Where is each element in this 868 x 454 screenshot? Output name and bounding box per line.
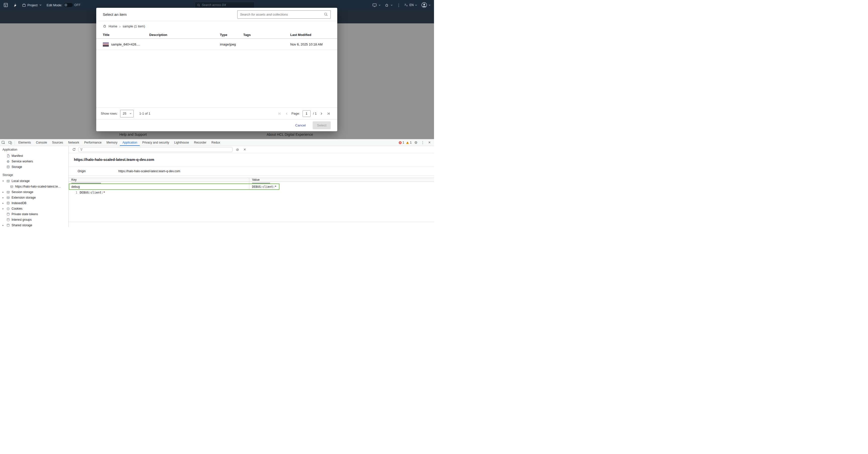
sidebar-item-manifest[interactable]: Manifest — [0, 153, 68, 159]
asset-search-input[interactable] — [240, 12, 322, 16]
asset-search[interactable] — [237, 10, 331, 19]
inspect-element-icon[interactable] — [0, 139, 7, 146]
breadcrumb-home[interactable]: Home — [108, 24, 117, 28]
toggle-knob — [64, 3, 67, 6]
tab-performance[interactable]: Performance — [82, 139, 104, 146]
user-menu[interactable] — [421, 2, 431, 8]
issues-badge[interactable]: 1 — [406, 141, 412, 144]
expand-arrow-icon[interactable]: ▸ — [2, 191, 6, 193]
sidebar-item-indexeddb[interactable]: ▸ IndexedDB — [0, 200, 68, 206]
sidebar-item-label: Private state tokens — [11, 212, 38, 216]
storage-filter[interactable] — [78, 147, 233, 152]
devtools-main-panel: ⊘ × https://halo-halo-scaled-latest.team… — [69, 146, 434, 227]
last-page-button[interactable] — [326, 111, 331, 116]
expand-arrow-icon[interactable]: ▸ — [2, 224, 6, 226]
expand-arrow-icon[interactable]: ▸ — [2, 202, 6, 204]
next-page-button[interactable] — [319, 111, 324, 116]
tab-elements[interactable]: Elements — [16, 139, 33, 146]
local-storage-view: https://halo-halo-scaled-latest.team-q-d… — [69, 153, 434, 227]
device-toolbar-icon[interactable] — [7, 139, 13, 146]
apps-grid-icon[interactable] — [3, 3, 8, 7]
col-type: Type — [220, 33, 243, 37]
tab-application[interactable]: Application — [120, 139, 140, 146]
language-code: EN — [409, 3, 414, 7]
select-button[interactable]: Select — [313, 121, 331, 129]
database-icon — [6, 223, 10, 227]
devtools-panel: Elements Console Sources Network Perform… — [0, 139, 434, 227]
clear-all-icon[interactable]: ⊘ — [235, 148, 240, 152]
console-errors[interactable]: 1 — [399, 141, 404, 144]
tab-network[interactable]: Network — [66, 139, 82, 146]
refresh-icon[interactable] — [72, 148, 76, 151]
expand-arrow-icon[interactable]: ▸ — [2, 207, 6, 210]
sidebar-item-local-storage[interactable]: ▾ Local storage — [0, 178, 68, 184]
global-search-input[interactable] — [202, 3, 252, 7]
rows-per-page-select[interactable]: 25 — [120, 110, 134, 117]
sidebar-item-interest-groups[interactable]: Interest groups — [0, 217, 68, 222]
cookie-icon — [6, 207, 10, 210]
table-icon — [6, 196, 10, 199]
database-icon — [6, 165, 10, 169]
tab-recorder[interactable]: Recorder — [191, 139, 209, 146]
line-number: 1 — [69, 190, 80, 195]
edit-mode-toggle[interactable] — [64, 3, 73, 7]
storage-filter-input[interactable] — [84, 148, 231, 151]
divider — [14, 141, 15, 145]
tab-console[interactable]: Console — [33, 139, 50, 146]
language-selector[interactable]: 文A EN — [404, 3, 417, 7]
devtools-sidebar: Application Manifest ⚙ Service workers — [0, 146, 69, 227]
sidebar-item-label: Manifest — [11, 154, 23, 158]
tab-sources[interactable]: Sources — [50, 139, 66, 146]
storage-origin-title: https://halo-halo-scaled-latest.team-q-d… — [74, 158, 434, 162]
storage-row-debug[interactable]: debug DEBUG:client:* — [69, 183, 434, 190]
preview-device-menu[interactable] — [372, 3, 381, 7]
sidebar-item-shared-storage[interactable]: ▸ Shared storage — [0, 222, 68, 227]
cancel-button[interactable]: Cancel — [295, 123, 306, 127]
table-icon — [6, 180, 10, 183]
sidebar-item-service-workers[interactable]: ⚙ Service workers — [0, 159, 68, 164]
home-icon — [103, 24, 106, 28]
sidebar-item-label: Shared storage — [11, 223, 32, 227]
asset-thumbnail — [103, 42, 109, 47]
page-number-input[interactable] — [303, 110, 311, 117]
select-item-dialog: Select an item Home › sample (1 item) Ti… — [96, 8, 337, 131]
close-devtools-icon[interactable]: × — [427, 140, 432, 145]
sidebar-item-session-storage[interactable]: ▸ Session storage — [0, 189, 68, 195]
kebab-menu-icon[interactable]: ⋮ — [397, 3, 401, 7]
tab-memory[interactable]: Memory — [104, 139, 120, 146]
global-search[interactable] — [195, 2, 254, 8]
sidebar-item-extension-storage[interactable]: ▸ Extension storage — [0, 195, 68, 200]
sidebar-item-cookies[interactable]: ▸ Cookies — [0, 206, 68, 211]
expand-arrow-icon[interactable]: ▾ — [2, 180, 6, 182]
table-icon — [9, 185, 13, 188]
kebab-menu-icon[interactable]: ⋮ — [420, 141, 425, 145]
page-total: / 1 — [313, 112, 317, 115]
expand-arrow-icon[interactable]: ▸ — [2, 196, 6, 199]
delete-selected-icon[interactable]: × — [242, 147, 247, 152]
sidebar-item-storage[interactable]: Storage — [0, 164, 68, 170]
error-count: 1 — [403, 141, 404, 144]
application-section-header: Application — [0, 146, 68, 153]
origin-label: Origin — [78, 170, 118, 173]
chevron-down-icon — [428, 4, 431, 6]
table-row[interactable]: sample_640×426.... image/jpeg Nov 6, 202… — [96, 39, 337, 50]
first-page-button[interactable] — [277, 111, 282, 116]
sidebar-item-label: Local storage — [11, 179, 30, 183]
tab-redux[interactable]: Redux — [209, 139, 223, 146]
site-menu[interactable] — [385, 3, 393, 7]
settings-gear-icon[interactable]: ⚙ — [413, 141, 418, 145]
dialog-title: Select an item — [103, 12, 127, 17]
tab-lighthouse[interactable]: Lighthouse — [172, 139, 191, 146]
clipped-row[interactable] — [69, 182, 434, 183]
project-selector[interactable]: Project — [22, 3, 42, 7]
translate-icon: 文A — [404, 3, 408, 7]
tab-privacy-security[interactable]: Privacy and security — [140, 139, 172, 146]
storage-key: debug — [69, 183, 249, 190]
table-icon — [6, 190, 10, 194]
filter-funnel-icon — [80, 148, 83, 151]
sidebar-item-local-storage-origin[interactable]: https://halo-halo-scaled-latest.te… — [0, 184, 68, 189]
prev-page-button[interactable] — [284, 111, 289, 116]
dx-logo-icon — [12, 2, 18, 7]
sidebar-item-private-state-tokens[interactable]: Private state tokens — [0, 211, 68, 217]
database-icon — [6, 201, 10, 205]
